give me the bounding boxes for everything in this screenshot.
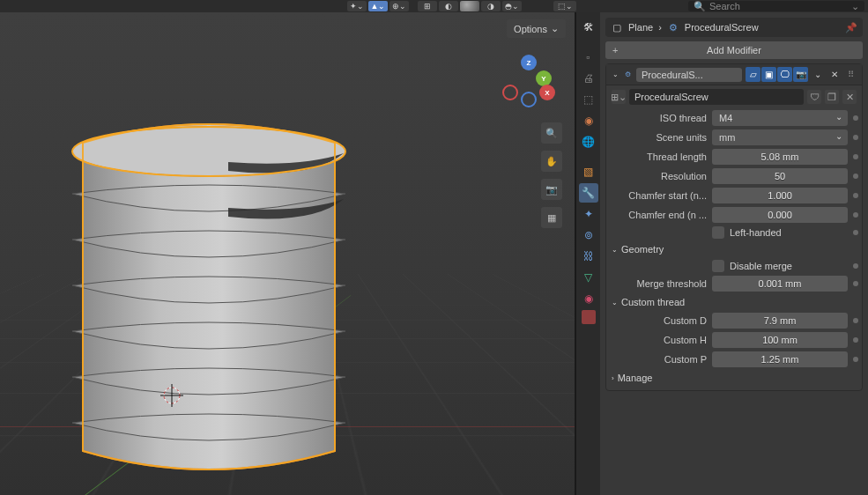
duplicate-nodegroup-icon[interactable]: ❐ xyxy=(825,90,839,104)
node-browse-icon[interactable]: ⊞⌄ xyxy=(612,90,626,104)
render-shade-icon[interactable]: ◓⌄ xyxy=(502,1,522,11)
solid-shade-icon[interactable] xyxy=(460,1,479,11)
tab-constraints[interactable]: ⛓ xyxy=(579,247,598,266)
gizmo-neg-z[interactable] xyxy=(521,92,537,107)
gizmo-y[interactable]: Y xyxy=(536,70,552,86)
label-custom-p: Custom P xyxy=(610,354,707,365)
select-icon[interactable]: ▲⌄ xyxy=(368,1,388,11)
toggle-realtime[interactable]: ▣ xyxy=(761,67,776,82)
prop-custom-p: Custom P 1.25 mm xyxy=(610,350,858,369)
tab-texture[interactable] xyxy=(582,310,596,324)
checkbox-disable-merge[interactable] xyxy=(712,260,724,272)
navigation-gizmo[interactable]: Z Y X xyxy=(502,55,555,107)
toggle-render[interactable]: 📷 xyxy=(793,67,808,82)
field-custom-p[interactable]: 1.25 mm xyxy=(712,351,848,367)
anim-dot[interactable] xyxy=(853,135,858,140)
field-merge-threshold[interactable]: 0.001 mm xyxy=(712,276,848,292)
tab-tool[interactable]: 🛠 xyxy=(579,18,598,37)
gizmo-neg-x[interactable] xyxy=(502,85,518,100)
screw-mesh[interactable] xyxy=(48,99,370,488)
tab-viewlayer[interactable]: ⬚ xyxy=(579,90,598,109)
anim-dot[interactable] xyxy=(853,263,858,269)
node-group-name-field[interactable]: ProceduralScrew xyxy=(629,89,804,105)
field-custom-d[interactable]: 7.9 mm xyxy=(712,313,848,329)
modifier-header: ⌄ ⚙ ProceduralS... ▱ ▣ 🖵 📷 ⌄ ✕ ⠿ xyxy=(606,64,862,85)
anim-dot[interactable] xyxy=(853,115,858,121)
drag-handle-icon[interactable]: ⠿ xyxy=(843,67,858,82)
global-icon[interactable]: ⊕⌄ xyxy=(389,1,409,11)
perspective-icon[interactable]: ▦ xyxy=(541,207,562,228)
section-geometry-label: Geometry xyxy=(621,244,664,255)
breadcrumb-modifier[interactable]: ProceduralScrew xyxy=(685,22,759,33)
field-thread-length[interactable]: 5.08 mm xyxy=(712,149,848,165)
zoom-icon[interactable]: 🔍 xyxy=(541,122,562,144)
cursor-icon[interactable]: ✦⌄ xyxy=(347,1,367,11)
anim-dot[interactable] xyxy=(853,337,858,343)
label-resolution: Resolution xyxy=(610,171,707,181)
gizmo-z[interactable]: Z xyxy=(521,55,537,70)
checkbox-left-handed[interactable] xyxy=(712,226,724,239)
tab-particles[interactable]: ✦ xyxy=(579,204,598,224)
node-group-row: ⊞⌄ ProceduralScrew 🛡 ❐ ✕ xyxy=(606,85,862,108)
field-chamfer-end[interactable]: 0.000 xyxy=(712,207,848,223)
prop-scene-units: Scene units mm xyxy=(610,128,858,147)
anim-dot[interactable] xyxy=(853,230,858,235)
camera-icon[interactable]: 📷 xyxy=(541,179,562,200)
expand-toggle[interactable]: ⌄ xyxy=(610,70,620,80)
modifier-extras-dropdown[interactable]: ⌄ xyxy=(810,67,825,82)
pin-icon[interactable]: 📌 xyxy=(845,22,857,33)
prop-custom-h: Custom H 100 mm xyxy=(610,330,858,350)
options-label: Options xyxy=(514,24,547,34)
tab-material[interactable]: ◉ xyxy=(579,289,598,308)
search-input[interactable]: 🔍 Search ⌄ xyxy=(688,1,864,11)
anim-dot[interactable] xyxy=(853,212,858,218)
geonodes-type-icon: ⚙ xyxy=(622,70,633,80)
section-manage[interactable]: › Manage xyxy=(610,369,858,387)
overlay-icon[interactable]: ⊞ xyxy=(418,1,437,11)
top-header-bar: ✦⌄ ▲⌄ ⊕⌄ ⊞ ◐ ◑ ◓⌄ ⬚⌄ 🔍 Search ⌄ xyxy=(0,0,868,12)
tab-physics[interactable]: ⊚ xyxy=(579,225,598,245)
tab-output[interactable]: 🖨 xyxy=(579,69,598,88)
matcap-shade-icon[interactable]: ◑ xyxy=(481,1,501,11)
section-geometry[interactable]: ⌄ Geometry xyxy=(610,240,858,258)
tab-data[interactable]: ▽ xyxy=(579,268,598,287)
field-iso-thread[interactable]: M4 xyxy=(712,110,848,126)
tab-scene[interactable]: ◉ xyxy=(579,111,598,130)
tab-modifiers[interactable]: 🔧 xyxy=(579,183,598,203)
tab-object[interactable]: ▧ xyxy=(579,162,598,181)
section-custom-thread[interactable]: ⌄ Custom thread xyxy=(610,293,858,311)
label-custom-d: Custom D xyxy=(610,315,707,326)
anim-dot[interactable] xyxy=(853,154,858,159)
plus-icon: + xyxy=(612,45,618,55)
delete-modifier-icon[interactable]: ✕ xyxy=(827,67,842,82)
gizmo-x[interactable]: X xyxy=(539,85,555,100)
anim-dot[interactable] xyxy=(853,357,858,362)
field-chamfer-start[interactable]: 1.000 xyxy=(712,188,848,203)
label-thread-length: Thread length xyxy=(610,151,707,162)
tab-world[interactable]: 🌐 xyxy=(579,132,598,151)
unlink-nodegroup-icon[interactable]: ✕ xyxy=(842,90,857,104)
search-dropdown-icon[interactable]: ⌄ xyxy=(851,1,859,12)
prop-thread-length: Thread length 5.08 mm xyxy=(610,147,858,166)
chevron-down-icon: ⌄ xyxy=(612,246,618,254)
pan-icon[interactable]: ✋ xyxy=(541,151,562,172)
modifier-name-field[interactable]: ProceduralS... xyxy=(636,68,742,82)
anim-dot[interactable] xyxy=(853,193,858,198)
modifier-panel: ⌄ ⚙ ProceduralS... ▱ ▣ 🖵 📷 ⌄ ✕ ⠿ ⊞⌄ Proc… xyxy=(605,63,863,391)
breadcrumb-object[interactable]: Plane xyxy=(628,22,653,33)
options-dropdown[interactable]: Options ⌄ xyxy=(507,19,566,38)
toggle-viewport[interactable]: 🖵 xyxy=(777,67,792,82)
viewport-3d[interactable]: Options ⌄ Z Y X 🔍 ✋ 📷 ▦ xyxy=(0,12,575,495)
wire-shade-icon[interactable]: ◐ xyxy=(439,1,458,11)
editor-type-icon[interactable]: ⬚⌄ xyxy=(553,1,576,11)
anim-dot[interactable] xyxy=(853,318,858,323)
tab-render[interactable]: ▫ xyxy=(579,48,598,67)
field-resolution[interactable]: 50 xyxy=(712,168,848,184)
anim-dot[interactable] xyxy=(853,174,858,179)
anim-dot[interactable] xyxy=(853,281,858,286)
toggle-editmode[interactable]: ▱ xyxy=(746,67,760,82)
add-modifier-button[interactable]: + Add Modifier xyxy=(605,41,863,59)
field-scene-units[interactable]: mm xyxy=(712,129,848,145)
fake-user-icon[interactable]: 🛡 xyxy=(807,90,821,104)
field-custom-h[interactable]: 100 mm xyxy=(712,332,848,348)
